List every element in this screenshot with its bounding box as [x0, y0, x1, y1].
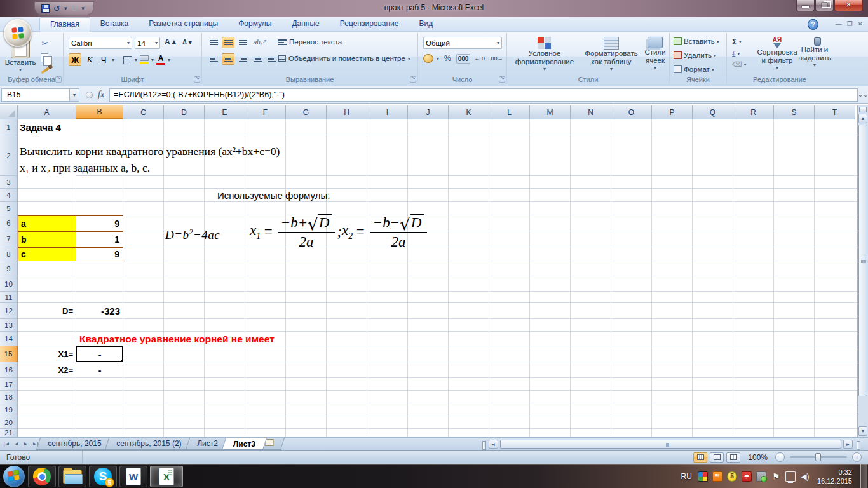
row-header-17[interactable]: 17	[0, 378, 18, 391]
expand-formula-bar-icon[interactable]: ⌄⌄	[858, 90, 868, 100]
first-sheet-icon[interactable]: |◄	[3, 440, 11, 449]
next-sheet-icon[interactable]: ►	[22, 440, 30, 449]
align-middle-button[interactable]	[222, 37, 234, 48]
row-header-1[interactable]: 1	[0, 119, 18, 135]
start-button[interactable]	[1, 464, 27, 488]
font-dialog-launcher[interactable]	[194, 76, 200, 83]
ribbon-tab-Вставка[interactable]: Вставка	[90, 17, 139, 32]
sheet-tab-Лист3[interactable]: Лист3	[222, 438, 267, 450]
font-name-combo[interactable]: Calibri▾	[69, 37, 132, 49]
cell-A15-x1-label[interactable]: X1=	[18, 346, 76, 362]
column-header-B[interactable]: B	[76, 105, 123, 119]
workbook-window-controls[interactable]: — ❐ ✕	[836, 20, 863, 27]
fill-handle[interactable]	[121, 360, 124, 363]
column-header-K[interactable]: K	[449, 105, 489, 119]
scroll-down-icon[interactable]: ▼	[858, 426, 867, 436]
row-header-7[interactable]: 7	[0, 231, 18, 247]
name-box-dropdown-icon[interactable]: ▾	[70, 88, 79, 102]
column-header-O[interactable]: O	[611, 105, 652, 119]
close-button[interactable]: ✕	[834, 0, 863, 11]
row-header-8[interactable]: 8	[0, 247, 18, 261]
vertical-scrollbar[interactable]: ▲ ▼	[857, 105, 868, 437]
row-header-18[interactable]: 18	[0, 391, 18, 403]
row-header-20[interactable]: 20	[0, 416, 18, 429]
shrink-font-button[interactable]: А▼	[182, 38, 194, 46]
row-header-11[interactable]: 11	[0, 292, 18, 303]
update-badge-icon[interactable]: 5	[727, 471, 737, 482]
java-icon[interactable]	[712, 471, 722, 482]
minimize-button[interactable]	[796, 0, 815, 11]
comma-style-button[interactable]: 000	[456, 54, 471, 64]
decrease-decimal-button[interactable]: .00→	[489, 55, 504, 62]
align-right-button[interactable]	[236, 53, 249, 65]
vertical-scroll-thumb[interactable]	[858, 125, 867, 396]
zoom-level[interactable]: 100%	[748, 453, 768, 462]
action-center-flag-icon[interactable]: ⚑	[771, 471, 781, 482]
fill-button[interactable]: ⤓▾	[732, 49, 740, 58]
row-header-2[interactable]: 2	[0, 135, 18, 176]
horizontal-split-handle[interactable]	[482, 441, 486, 450]
increase-decimal-button[interactable]: ←.0	[473, 55, 485, 62]
ribbon-tab-Рецензирование[interactable]: Рецензирование	[330, 17, 409, 32]
merge-center-button[interactable]: Объединить и поместить в центре ▾	[278, 55, 410, 62]
column-header-L[interactable]: L	[489, 105, 530, 119]
row-header-3[interactable]: 3	[0, 176, 18, 189]
cell-A1-task-title[interactable]: Задача 4	[18, 119, 76, 135]
align-bottom-button[interactable]	[236, 37, 249, 48]
column-header-A[interactable]: A	[18, 105, 76, 119]
clear-button[interactable]: ⌫▾	[732, 60, 747, 69]
previous-sheet-icon[interactable]: ◄	[12, 440, 20, 449]
ribbon-tab-Формулы[interactable]: Формулы	[228, 17, 281, 32]
column-header-C[interactable]: C	[123, 105, 164, 119]
font-color-dropdown-icon[interactable]: ▾	[168, 57, 170, 63]
scroll-up-icon[interactable]: ▲	[858, 114, 867, 123]
insert-function-button[interactable]: fx	[98, 90, 104, 100]
conditional-formatting-button[interactable]: Условное форматирование▾	[510, 37, 580, 72]
borders-dropdown-icon[interactable]: ▾	[135, 57, 137, 63]
italic-button[interactable]: K	[84, 53, 95, 66]
find-select-button[interactable]: Найти и выделить▾	[798, 37, 831, 69]
ribbon-tab-Вид[interactable]: Вид	[409, 17, 443, 32]
cell-A12-discriminant-label[interactable]: D=	[18, 303, 76, 319]
column-header-R[interactable]: R	[733, 105, 774, 119]
cell-styles-button[interactable]: Стили ячеек▾	[642, 37, 668, 71]
cell-B12-discriminant-value[interactable]: -323	[76, 303, 123, 319]
horizontal-scroll-thumb[interactable]	[500, 440, 841, 449]
align-top-button[interactable]	[207, 37, 220, 48]
cell-A6-param-a-label[interactable]: a	[18, 215, 76, 231]
usb-device-icon[interactable]	[756, 471, 766, 482]
column-header-J[interactable]: J	[408, 105, 449, 119]
column-header-H[interactable]: H	[327, 105, 367, 119]
row-header-10[interactable]: 10	[0, 276, 18, 292]
column-header-E[interactable]: E	[205, 105, 245, 119]
underline-button[interactable]: Ч	[98, 53, 109, 66]
horizontal-scrollbar[interactable]: ◄ ►	[284, 439, 867, 449]
taskbar-app-chrome[interactable]	[28, 466, 56, 487]
delete-cells-button[interactable]: Удалить▾	[674, 51, 716, 59]
ribbon-tab-Главная[interactable]: Главная	[39, 17, 90, 32]
row-header-4[interactable]: 4	[0, 189, 18, 202]
workbook-restore-icon[interactable]: ❐	[847, 20, 853, 27]
row-header-6[interactable]: 6	[0, 215, 18, 231]
cell-B16-x2-value[interactable]: -	[76, 362, 123, 378]
cell-B8-param-c-value[interactable]: 9	[76, 247, 123, 261]
cell-B6-param-a-value[interactable]: 9	[76, 215, 123, 231]
number-dialog-launcher[interactable]	[499, 76, 505, 83]
help-button[interactable]: ?	[808, 19, 818, 30]
language-indicator[interactable]: RU	[681, 472, 692, 481]
zoom-slider-thumb[interactable]	[815, 453, 821, 461]
increase-indent-button[interactable]	[266, 53, 278, 65]
volume-icon[interactable]: ◀)	[800, 471, 810, 482]
column-header-M[interactable]: M	[530, 105, 571, 119]
column-header-T[interactable]: T	[815, 105, 855, 119]
taskbar-app-word[interactable]: W	[119, 466, 147, 487]
row-header-5[interactable]: 5	[0, 202, 18, 215]
office-button[interactable]	[4, 19, 32, 47]
insert-cells-button[interactable]: Вставить▾	[674, 37, 719, 45]
scroll-right-icon[interactable]: ►	[843, 440, 853, 449]
taskbar-app-explorer[interactable]	[58, 466, 86, 487]
clipboard-dialog-launcher[interactable]	[55, 76, 62, 83]
cell-A7-param-b-label[interactable]: b	[18, 231, 76, 247]
row-header-13[interactable]: 13	[0, 319, 18, 332]
cell-A16-x2-label[interactable]: X2=	[18, 362, 76, 378]
